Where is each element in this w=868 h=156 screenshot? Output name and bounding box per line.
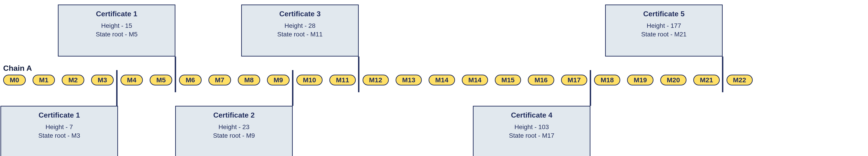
connector-line <box>292 70 293 106</box>
chain-block: M6 <box>179 74 202 86</box>
certificate-title: Certificate 1 <box>1 111 117 119</box>
certificate-card: Certificate 1Height - 7State root - M3 <box>0 106 118 156</box>
chain-block: M3 <box>91 74 114 86</box>
chain-block: M21 <box>693 74 719 86</box>
certificate-card: Certificate 2Height - 23State root - M9 <box>175 106 293 156</box>
chain-block: M2 <box>62 74 84 86</box>
certificate-title: Certificate 3 <box>242 10 358 18</box>
certificate-height: Height - 23 <box>176 123 292 131</box>
certificate-state-root: State root - M11 <box>242 31 358 38</box>
certificate-card: Certificate 1Height - 15State root - M5 <box>58 4 176 57</box>
certificate-title: Certificate 2 <box>176 111 292 119</box>
chain-block: M17 <box>561 74 587 86</box>
chain-block: M13 <box>396 74 422 86</box>
chain-block: M1 <box>33 74 55 86</box>
certificate-state-root: State root - M3 <box>1 132 117 139</box>
chain-block: M8 <box>238 74 260 86</box>
certificate-title: Certificate 1 <box>59 10 175 18</box>
connector-line <box>358 57 360 92</box>
certificate-state-root: State root - M5 <box>59 31 175 38</box>
connector-line <box>722 57 723 92</box>
chain-label: Chain A <box>3 64 32 72</box>
chain-block: M5 <box>150 74 172 86</box>
certificate-card: Certificate 4Height - 103State root - M1… <box>473 106 590 156</box>
certificate-state-root: State root - M21 <box>606 31 722 38</box>
certificate-height: Height - 15 <box>59 22 175 29</box>
chain-block: M10 <box>296 74 322 86</box>
chain-block: M11 <box>329 74 355 86</box>
certificate-height: Height - 28 <box>242 22 358 29</box>
connector-line <box>590 70 591 106</box>
certificate-height: Height - 7 <box>1 123 117 131</box>
chain-block: M0 <box>3 74 26 86</box>
diagram-stage: Chain A M0M1M2M3M4M5M6M7M8M9M10M11M12M13… <box>0 0 868 156</box>
connector-line <box>116 70 118 106</box>
chain-block: M12 <box>363 74 389 86</box>
chain-block: M14 <box>429 74 455 86</box>
chain-block: M4 <box>121 74 143 86</box>
certificate-title: Certificate 4 <box>473 111 590 119</box>
certificate-state-root: State root - M17 <box>473 132 590 139</box>
chain-block: M15 <box>495 74 521 86</box>
chain-block: M16 <box>528 74 554 86</box>
certificate-height: Height - 103 <box>473 123 590 131</box>
chain-block: M9 <box>267 74 289 86</box>
chain-block: M20 <box>660 74 686 86</box>
chain-block: M22 <box>726 74 753 86</box>
certificate-card: Certificate 3Height - 28State root - M11 <box>241 4 359 57</box>
chain-block: M19 <box>627 74 653 86</box>
chain-block: M18 <box>594 74 620 86</box>
certificate-card: Certificate 5Height - 177State root - M2… <box>605 4 723 57</box>
certificate-state-root: State root - M9 <box>176 132 292 139</box>
certificate-title: Certificate 5 <box>606 10 722 18</box>
connector-line <box>175 57 176 92</box>
chain-block: M7 <box>209 74 231 86</box>
certificate-height: Height - 177 <box>606 22 722 29</box>
chain-block: M14 <box>462 74 488 86</box>
